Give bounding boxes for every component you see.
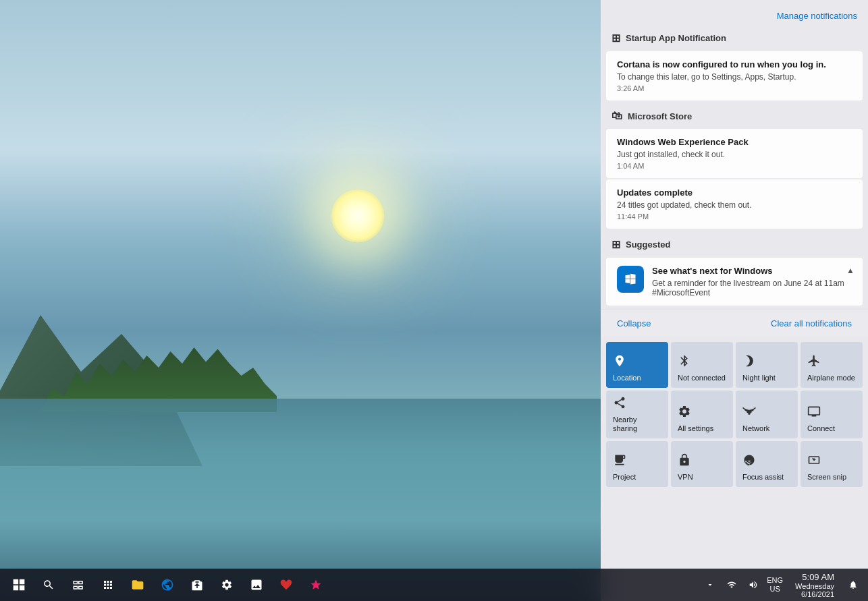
startup-group-icon: ⊞ [612, 32, 620, 45]
airplane-icon [807, 354, 856, 371]
suggested-item-windows[interactable]: See what's next for Windows Get a remind… [606, 258, 863, 306]
quick-actions-grid: Location Not connected Night light [601, 337, 868, 492]
quick-tile-airplane[interactable]: Airplane mode [801, 342, 863, 388]
location-label: Location [613, 374, 661, 382]
quick-tile-screensnip[interactable]: Screen snip [801, 441, 863, 487]
clock-date-line1: Wednesday [795, 582, 834, 590]
notif-time-updates: 11:44 PM [617, 212, 852, 221]
group-header-suggested: ⊞ Suggested [601, 233, 868, 256]
notif-body-updates: 24 titles got updated, check them out. [617, 200, 852, 210]
taskbar-apps [5, 571, 329, 598]
notification-bell-icon[interactable] [844, 574, 863, 596]
all-settings-icon [678, 405, 726, 422]
notification-group-startup: ⊞ Startup App Notification Cortana is no… [601, 26, 868, 102]
focus-assist-icon [742, 453, 791, 470]
bluetooth-label: Not connected [678, 374, 726, 382]
network-tray-icon[interactable] [722, 574, 741, 596]
store-button[interactable] [184, 571, 211, 598]
collapse-button[interactable]: Collapse [612, 316, 657, 331]
taskbar-right: ENG US 5:09 AM Wednesday 6/16/2021 [701, 572, 863, 598]
quick-tile-project[interactable]: Project [606, 441, 668, 487]
notification-card-webexperience[interactable]: Windows Web Experience Pack Just got ins… [606, 129, 863, 178]
all-settings-label: All settings [678, 424, 726, 433]
project-icon [613, 453, 661, 470]
candy-crush-button[interactable] [302, 571, 329, 598]
network-icon [742, 405, 791, 422]
quick-tile-settings[interactable]: All settings [671, 391, 733, 438]
suggested-title-windows: See what's next for Windows [652, 266, 852, 276]
connect-label: Connect [807, 424, 856, 433]
solitaire-button[interactable] [273, 571, 300, 598]
notif-time-cortana: 3:26 AM [617, 84, 852, 92]
quick-tile-nearby[interactable]: Nearby sharing [606, 391, 668, 438]
focus-label: Focus assist [742, 473, 791, 482]
suggested-content-windows: See what's next for Windows Get a remind… [652, 266, 852, 297]
msstore-group-title: Microsoft Store [628, 111, 692, 121]
suggested-group-title: Suggested [626, 239, 670, 250]
search-button[interactable] [35, 571, 62, 598]
notif-body-cortana: To change this later, go to Settings, Ap… [617, 72, 852, 82]
quick-tile-focus[interactable]: Focus assist [736, 441, 798, 487]
vpn-icon [678, 453, 726, 470]
notif-title-cortana: Cortana is now configured to run when yo… [617, 59, 852, 69]
startup-group-title: Startup App Notification [626, 33, 726, 43]
notif-time-webexperience: 1:04 AM [617, 162, 852, 170]
suggested-logo-windows [617, 266, 644, 293]
quick-tile-nightlight[interactable]: Night light [736, 342, 798, 388]
notif-body-webexperience: Just got installed, check it out. [617, 150, 852, 159]
panel-header: Manage notifications [601, 0, 868, 26]
project-label: Project [613, 473, 661, 482]
notification-group-msstore: 🛍 Microsoft Store Windows Web Experience… [601, 105, 868, 230]
notification-group-suggested: ⊞ Suggested See what's next for Windows … [601, 233, 868, 307]
quick-tile-vpn[interactable]: VPN [671, 441, 733, 487]
start-button[interactable] [5, 571, 32, 598]
screensnip-label: Screen snip [807, 473, 856, 482]
clock-date-line2: 6/16/2021 [801, 590, 834, 598]
sun-shape [331, 189, 385, 243]
location-icon [613, 354, 661, 371]
system-tray [701, 574, 763, 596]
nightlight-label: Night light [742, 374, 791, 382]
notification-card-updates[interactable]: Updates complete 24 titles got updated, … [606, 179, 863, 229]
airplane-label: Airplane mode [807, 374, 856, 382]
group-header-msstore: 🛍 Microsoft Store [601, 105, 868, 127]
quick-tile-network[interactable]: Network [736, 391, 798, 438]
action-bar: Collapse Clear all notifications [601, 310, 868, 337]
sound-tray-icon[interactable] [744, 574, 763, 596]
lang-code: ENG [767, 576, 783, 585]
bluetooth-icon [678, 354, 726, 371]
vpn-label: VPN [678, 473, 726, 482]
nightlight-icon [742, 354, 791, 371]
quick-tile-location[interactable]: Location [606, 342, 668, 388]
edge-button[interactable] [154, 571, 181, 598]
clock-time: 5:09 AM [802, 572, 834, 582]
hidden-icons-button[interactable] [701, 574, 720, 596]
notification-card-cortana[interactable]: Cortana is now configured to run when yo… [606, 51, 863, 101]
screen-snip-icon [807, 453, 856, 470]
taskbar: ENG US 5:09 AM Wednesday 6/16/2021 [0, 569, 868, 601]
msstore-group-icon: 🛍 [612, 110, 622, 122]
network-label: Network [742, 424, 791, 433]
language-indicator[interactable]: ENG US [767, 576, 783, 594]
notification-panel: Manage notifications ⊞ Startup App Notif… [601, 0, 868, 601]
settings-button[interactable] [213, 571, 240, 598]
nearby-label: Nearby sharing [613, 416, 661, 433]
quick-tile-bluetooth[interactable]: Not connected [671, 342, 733, 388]
connect-icon [807, 405, 856, 422]
photos-button[interactable] [243, 571, 270, 598]
clock-area[interactable]: 5:09 AM Wednesday 6/16/2021 [790, 572, 840, 598]
clear-all-button[interactable]: Clear all notifications [765, 316, 857, 331]
manage-notifications-link[interactable]: Manage notifications [777, 11, 857, 21]
desktop-wallpaper [0, 0, 601, 601]
file-explorer-button[interactable] [124, 571, 151, 598]
suggested-group-icon: ⊞ [612, 238, 620, 251]
task-view-button[interactable] [65, 571, 92, 598]
lang-region: US [770, 585, 780, 594]
quick-tile-connect[interactable]: Connect [801, 391, 863, 438]
notif-title-webexperience: Windows Web Experience Pack [617, 137, 852, 147]
group-header-startup: ⊞ Startup App Notification [601, 26, 868, 50]
notif-title-updates: Updates complete [617, 188, 852, 198]
suggested-body-windows: Get a reminder for the livestream on Jun… [652, 279, 852, 297]
widgets-button[interactable] [94, 571, 121, 598]
collapse-chevron-icon: ▲ [846, 266, 855, 275]
